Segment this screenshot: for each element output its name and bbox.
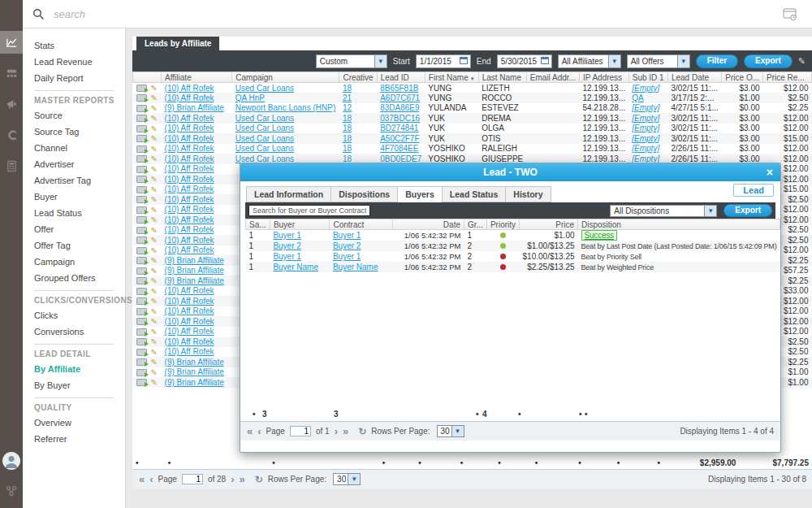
post-lead-icon[interactable]	[136, 369, 147, 376]
edit-lead-pencil-icon[interactable]: ✎	[151, 378, 158, 387]
edit-lead-pencil-icon[interactable]: ✎	[151, 348, 158, 357]
post-lead-icon[interactable]	[136, 318, 147, 325]
rows-per-page-select[interactable]: 30 ▼	[333, 473, 361, 485]
col-header-price[interactable]: Price	[520, 219, 578, 230]
affiliate-link[interactable]: (10) Aff Rofek	[165, 306, 214, 315]
lead-id-link[interactable]: 037BDC16	[380, 114, 420, 123]
affiliate-link[interactable]: (10) Aff Rofek	[165, 337, 214, 346]
edit-lead-pencil-icon[interactable]: ✎	[151, 206, 158, 215]
contract-link[interactable]: Buyer 1	[333, 252, 361, 261]
col-header-contract[interactable]: Contract	[330, 219, 392, 230]
buyer-link[interactable]: Buyer 1	[273, 252, 300, 261]
sidebar-item-conversions[interactable]: Conversions	[23, 323, 125, 340]
first-page-icon[interactable]: «	[139, 473, 145, 485]
col-header-sa[interactable]: Sa...	[246, 219, 270, 230]
edit-lead-pencil-icon[interactable]: ✎	[151, 317, 158, 326]
edit-lead-pencil-icon[interactable]: ✎	[151, 175, 158, 184]
post-lead-icon[interactable]	[136, 257, 147, 264]
col-header-email-addr[interactable]: Email Addr...	[526, 72, 579, 83]
global-search-input[interactable]	[54, 6, 297, 22]
table-row[interactable]: ✎(10) Aff RofekUsed Car Loans188B65F81BY…	[133, 83, 812, 93]
contract-link[interactable]: Buyer 2	[333, 241, 361, 250]
edit-lead-pencil-icon[interactable]: ✎	[151, 276, 158, 285]
buyer-link[interactable]: Buyer 1	[273, 231, 300, 240]
next-page-icon[interactable]: ›	[231, 473, 234, 485]
affiliate-link[interactable]: (10) Aff Rofek	[165, 225, 214, 234]
affiliate-link[interactable]: (10) Aff Rofek	[165, 317, 214, 326]
sidebar-item-clicks[interactable]: Clicks	[23, 307, 125, 323]
post-lead-icon[interactable]	[136, 155, 147, 163]
line-chart-icon[interactable]	[0, 31, 23, 54]
lead-id-link[interactable]: 4F7084EE	[380, 144, 418, 153]
col-header-gr[interactable]: Gr...	[464, 219, 486, 230]
edit-columns-pencil-icon[interactable]: ✎	[798, 56, 806, 67]
affiliate-link[interactable]: (10) Aff Rofek	[165, 205, 214, 214]
edit-lead-pencil-icon[interactable]: ✎	[151, 236, 158, 245]
creative-link[interactable]: 12	[343, 103, 352, 112]
affiliate-link[interactable]: (9) Brian Affiliate	[165, 367, 224, 376]
col-header-ip-address[interactable]: IP Address	[579, 72, 628, 83]
tab-dispositions[interactable]: Dispositions	[330, 186, 398, 202]
post-lead-icon[interactable]	[136, 277, 147, 284]
table-row[interactable]: ✎(10) Aff RofekUsed Car Loans184F7084EEY…	[133, 144, 812, 154]
modal-export-button[interactable]: Export	[723, 204, 772, 217]
buyer-row[interactable]: 1Buyer 1Buyer 11/06 5:42:32 PM1$1.00Succ…	[246, 230, 780, 241]
affiliate-link[interactable]: (10) Aff Rofek	[165, 114, 214, 123]
page-input[interactable]	[290, 426, 311, 436]
tab-lead-status[interactable]: Lead Status	[442, 186, 507, 202]
sub-id-link[interactable]: [Empty]	[632, 134, 659, 143]
success-badge[interactable]: Success	[581, 230, 617, 241]
affiliate-link[interactable]: (9) Brian Affiliate	[165, 378, 224, 387]
sidebar-item-channel[interactable]: Channel	[23, 140, 125, 156]
lead-id-link[interactable]: A6D7C671	[380, 93, 420, 102]
edit-lead-pencil-icon[interactable]: ✎	[151, 124, 158, 133]
post-lead-icon[interactable]	[136, 176, 147, 183]
edit-lead-pencil-icon[interactable]: ✎	[151, 226, 158, 235]
edit-lead-pencil-icon[interactable]: ✎	[151, 297, 158, 306]
edit-lead-pencil-icon[interactable]: ✎	[151, 165, 158, 174]
sub-id-link[interactable]: [Empty]	[632, 114, 659, 123]
calendar-icon[interactable]	[460, 56, 468, 66]
buyer-link[interactable]: Buyer 2	[273, 241, 300, 250]
tab-history[interactable]: History	[505, 186, 551, 202]
affiliate-link[interactable]: (10) Aff Rofek	[165, 93, 214, 102]
edit-lead-pencil-icon[interactable]: ✎	[151, 337, 158, 346]
edit-lead-pencil-icon[interactable]: ✎	[151, 246, 158, 255]
export-button[interactable]: Export	[744, 54, 793, 68]
table-row[interactable]: ✎(9) Brian AffiliateNewport Banc Loans (…	[133, 103, 812, 114]
sidebar-item-campaign[interactable]: Campaign	[23, 254, 125, 270]
campaign-link[interactable]: Used Car Loans	[235, 144, 294, 153]
sidebar-item-source-tag[interactable]: Source Tag	[23, 124, 125, 140]
affiliate-link[interactable]: (10) Aff Rofek	[165, 144, 214, 153]
col-header-lead-date[interactable]: Lead Date	[667, 72, 721, 83]
table-row[interactable]: ✎(10) Aff RofekUsed Car Loans18037BDC16Y…	[133, 113, 812, 124]
affiliate-link[interactable]: (10) Aff Rofek	[165, 286, 214, 295]
end-date-input[interactable]: 5/30/2015	[497, 54, 552, 68]
sidebar-item-referrer[interactable]: Referrer	[23, 431, 125, 447]
post-lead-icon[interactable]	[136, 216, 147, 224]
buyer-row[interactable]: 1Buyer 2Buyer 21/06 5:42:32 PM2$1.00/$13…	[246, 241, 780, 251]
col-header-last-name[interactable]: Last Name	[478, 72, 526, 83]
edit-lead-pencil-icon[interactable]: ✎	[151, 154, 158, 163]
post-lead-icon[interactable]	[136, 85, 147, 92]
post-lead-icon[interactable]	[136, 105, 147, 112]
tab-lead-information[interactable]: Lead Information	[246, 186, 331, 202]
refresh-icon[interactable]: ↻	[358, 426, 366, 437]
campaign-link[interactable]: Used Car Loans	[235, 114, 294, 123]
edit-lead-pencil-icon[interactable]: ✎	[151, 358, 158, 367]
share-network-icon[interactable]	[0, 480, 23, 502]
campaign-link[interactable]: Used Car Loans	[235, 134, 294, 143]
campaign-link[interactable]: Newport Banc Loans (HNP)	[235, 103, 335, 112]
lead-id-link[interactable]: 8B65F81B	[380, 84, 418, 93]
affiliate-link[interactable]: (9) Brian Affiliate	[165, 256, 224, 265]
table-row[interactable]: ✎(10) Aff RofekQA HnP21A6D7C671YUNGROCCO…	[133, 93, 812, 103]
creative-link[interactable]: 18	[343, 124, 352, 132]
tab-leads-by-affiliate[interactable]: Leads by Affiliate	[136, 37, 219, 50]
modules-icon[interactable]	[0, 62, 23, 85]
sub-id-link[interactable]: [Empty]	[632, 84, 659, 93]
edit-lead-pencil-icon[interactable]: ✎	[151, 134, 158, 143]
campaign-link[interactable]: Used Car Loans	[235, 124, 294, 132]
creative-link[interactable]: 18	[343, 134, 352, 143]
affiliate-link[interactable]: (10) Aff Rofek	[165, 195, 214, 204]
affiliate-link[interactable]: (10) Aff Rofek	[165, 175, 214, 184]
